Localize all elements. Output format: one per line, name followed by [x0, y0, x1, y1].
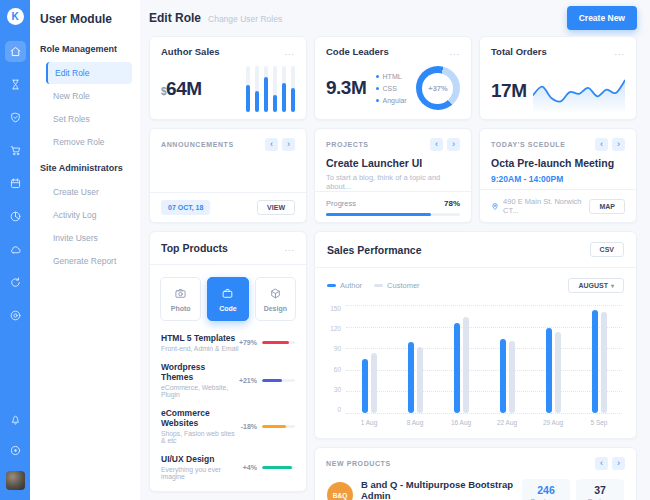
- projects-title: PROJECTS: [326, 141, 369, 148]
- legend-dot: [376, 75, 379, 78]
- legend-item: CSS: [376, 85, 407, 92]
- product-row[interactable]: HTML 5 TemplatesFront-end, Admin & Email…: [161, 333, 295, 352]
- sidebar-item-create-user[interactable]: Create User: [46, 181, 132, 203]
- mini-bar: [291, 66, 295, 112]
- product-change: +21%: [239, 377, 257, 384]
- product-row[interactable]: UI/UX DesignEverything you ever imagine+…: [161, 454, 295, 480]
- page-subtitle: Change User Roles: [208, 14, 282, 24]
- disc-icon[interactable]: [5, 305, 26, 326]
- main-content: Edit Role Change User Roles Create New A…: [140, 0, 650, 500]
- legend-item-customer[interactable]: Customer: [374, 281, 420, 290]
- schedule-card: TODAY'S SCEDULE ‹ › Octa Pre-launch Meet…: [479, 128, 637, 223]
- progress-bar: [326, 213, 460, 216]
- author-bar: [454, 323, 460, 413]
- sidebar-item-set-roles[interactable]: Set Roles: [46, 108, 132, 130]
- announcements-title: ANNOUNCEMENTS: [161, 141, 234, 148]
- code-leaders-legend: HTMLCSSAngular: [376, 73, 407, 104]
- next-arrow-icon[interactable]: ›: [612, 457, 625, 470]
- map-button[interactable]: MAP: [589, 199, 625, 214]
- tab-design[interactable]: Design: [255, 277, 296, 321]
- next-arrow-icon[interactable]: ›: [447, 138, 460, 151]
- author-sales-card: Author Sales ... $64M: [149, 36, 307, 120]
- tab-photo[interactable]: Photo: [160, 277, 201, 321]
- sidebar-item-generate-report[interactable]: Generate Report: [46, 250, 132, 272]
- project-name: Create Launcher UI: [326, 157, 460, 169]
- user-avatar[interactable]: [6, 471, 25, 490]
- schedule-title: TODAY'S SCEDULE: [491, 141, 565, 148]
- sidebar-section-header: Role Management: [40, 44, 132, 54]
- meeting-time: 9:20AM - 14:00PM: [491, 174, 625, 184]
- csv-export-button[interactable]: CSV: [590, 242, 624, 257]
- y-axis-tick: 150: [327, 305, 341, 312]
- camera-icon: [174, 287, 187, 301]
- month-select-button[interactable]: AUGUST▾: [568, 278, 624, 293]
- app-window: K User Module Role ManagementEdit RoleNe…: [0, 0, 650, 500]
- product-row[interactable]: eCommerce WebsitesShops, Fasion web site…: [161, 408, 295, 444]
- prev-arrow-icon[interactable]: ‹: [430, 138, 443, 151]
- sidebar-item-activity-log[interactable]: Activity Log: [46, 204, 132, 226]
- next-arrow-icon[interactable]: ›: [282, 138, 295, 151]
- sidebar-item-edit-role[interactable]: Edit Role: [46, 62, 132, 84]
- shield-check-icon[interactable]: [5, 107, 26, 128]
- next-arrow-icon[interactable]: ›: [612, 138, 625, 151]
- sidebar-title: User Module: [40, 12, 132, 26]
- settings-icon[interactable]: [5, 440, 26, 461]
- sidebar-item-invite-users[interactable]: Invite Users: [46, 227, 132, 249]
- product-trend-line: [262, 379, 295, 382]
- product-logo: B&Q: [327, 482, 353, 500]
- total-orders-line-chart: [533, 66, 625, 116]
- bar-group: [530, 305, 576, 413]
- y-axis-tick: 60: [327, 366, 341, 373]
- mini-bar: [282, 66, 286, 112]
- bar-group: [484, 305, 530, 413]
- product-change: -18%: [241, 423, 257, 430]
- product-change: +79%: [239, 339, 257, 346]
- mini-bar: [246, 66, 250, 112]
- customer-bar: [601, 312, 607, 413]
- progress-label: Progress: [326, 199, 356, 208]
- product-row[interactable]: Wordpress ThemeseCommerce, Website, Plug…: [161, 362, 295, 398]
- sync-icon[interactable]: [5, 272, 26, 293]
- bell-icon[interactable]: [5, 409, 26, 430]
- legend-dash: [374, 284, 383, 287]
- hourglass-icon[interactable]: [5, 74, 26, 95]
- view-button[interactable]: VIEW: [257, 200, 295, 215]
- sales-bar-chart: 1501209060300 1 Aug8 Aug16 Aug22 Aug29 A…: [315, 295, 636, 438]
- map-pin-icon: [491, 202, 499, 211]
- create-new-button[interactable]: Create New: [567, 6, 637, 30]
- legend-item-author[interactable]: Author: [327, 281, 362, 290]
- more-menu-icon[interactable]: ...: [284, 47, 295, 57]
- product-list-item[interactable]: B&Q B and Q - Multipurpose Bootstrap Adm…: [315, 476, 636, 500]
- home-icon[interactable]: [5, 41, 26, 62]
- legend-dot: [376, 99, 379, 102]
- total-orders-title: Total Orders: [491, 46, 547, 57]
- projects-card: PROJECTS ‹ › Create Launcher UI To start…: [314, 128, 472, 223]
- prev-arrow-icon[interactable]: ‹: [595, 457, 608, 470]
- top-products-card: Top Products ... PhotoCodeDesign HTML 5 …: [149, 231, 307, 492]
- y-axis-tick: 90: [327, 345, 341, 352]
- sidebar-item-remove-role[interactable]: Remove Role: [46, 131, 132, 153]
- calendar-icon[interactable]: [5, 173, 26, 194]
- pie-chart-icon[interactable]: [5, 206, 26, 227]
- product-desc: Everything you ever imagine: [161, 466, 243, 480]
- more-menu-icon[interactable]: ...: [614, 47, 625, 57]
- prev-arrow-icon[interactable]: ‹: [595, 138, 608, 151]
- author-bar: [546, 328, 552, 413]
- cloud-icon[interactable]: [5, 239, 26, 260]
- y-axis-tick: 0: [327, 406, 341, 413]
- date-badge: 07 OCT, 18: [161, 200, 210, 215]
- cart-icon[interactable]: [5, 140, 26, 161]
- x-axis-label: 5 Sep: [576, 419, 622, 426]
- icon-rail: K: [0, 0, 30, 500]
- brand-logo[interactable]: K: [7, 8, 24, 25]
- tab-code[interactable]: Code: [207, 277, 248, 321]
- more-menu-icon[interactable]: ...: [284, 243, 295, 253]
- more-menu-icon[interactable]: ...: [449, 47, 460, 57]
- mini-bar: [255, 66, 259, 112]
- author-bar: [408, 342, 414, 413]
- chevron-down-icon: ▾: [611, 283, 614, 289]
- author-sales-value: $64M: [161, 78, 202, 100]
- author-bar: [592, 310, 598, 413]
- prev-arrow-icon[interactable]: ‹: [265, 138, 278, 151]
- sidebar-item-new-role[interactable]: New Role: [46, 85, 132, 107]
